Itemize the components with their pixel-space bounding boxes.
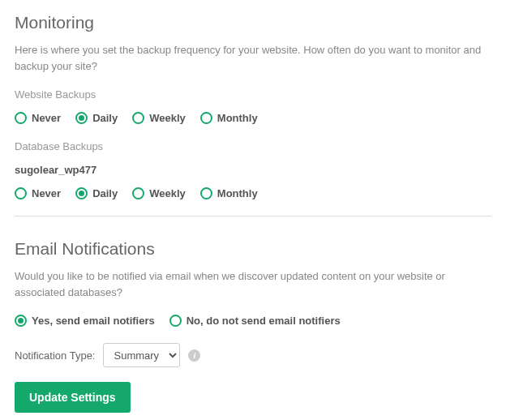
radio-label: Daily (92, 112, 118, 124)
radio-label: Monthly (217, 187, 258, 199)
radio-icon (15, 315, 27, 327)
database-backup-daily[interactable]: Daily (75, 187, 118, 199)
email-notify-yes[interactable]: Yes, send email notifiers (15, 315, 155, 327)
radio-label: Weekly (149, 112, 186, 124)
radio-label: Yes, send email notifiers (32, 315, 155, 327)
radio-icon (169, 315, 182, 327)
radio-label: Daily (92, 187, 118, 199)
radio-label: No, do not send email notifiers (187, 315, 341, 327)
website-backups-radio-group: Never Daily Weekly Monthly (15, 112, 491, 124)
website-backup-weekly[interactable]: Weekly (132, 112, 186, 124)
radio-icon (200, 187, 212, 199)
radio-icon (132, 112, 144, 124)
radio-icon (75, 187, 88, 199)
website-backup-monthly[interactable]: Monthly (200, 112, 258, 124)
radio-icon (75, 112, 88, 124)
database-backup-never[interactable]: Never (15, 187, 61, 199)
database-backup-weekly[interactable]: Weekly (132, 187, 186, 199)
website-backup-never[interactable]: Never (15, 112, 61, 124)
monitoring-description: Here is where you set the backup frequen… (15, 42, 491, 74)
website-backups-label: Website Backups (15, 88, 491, 101)
database-name: sugolear_wp477 (15, 164, 491, 176)
email-description: Would you like to be notified via email … (15, 268, 491, 300)
radio-icon (15, 112, 27, 124)
database-backup-monthly[interactable]: Monthly (200, 187, 258, 199)
website-backup-daily[interactable]: Daily (75, 112, 118, 124)
notification-type-row: Notification Type: Summary i (15, 343, 491, 367)
update-settings-button[interactable]: Update Settings (15, 382, 131, 413)
monitoring-heading: Monitoring (15, 13, 491, 32)
database-backups-label: Database Backups (15, 140, 491, 152)
radio-label: Weekly (149, 187, 186, 199)
section-divider (15, 216, 491, 216)
radio-icon (15, 187, 27, 199)
email-notify-no[interactable]: No, do not send email notifiers (169, 315, 341, 327)
radio-label: Never (32, 112, 61, 124)
email-heading: Email Notifications (15, 239, 491, 259)
radio-icon (132, 187, 144, 199)
email-notify-radio-group: Yes, send email notifiers No, do not sen… (15, 315, 491, 327)
database-backups-radio-group: Never Daily Weekly Monthly (15, 187, 491, 199)
radio-icon (200, 112, 212, 124)
notification-type-label: Notification Type: (15, 349, 95, 362)
radio-label: Monthly (217, 112, 258, 124)
info-icon[interactable]: i (188, 349, 200, 362)
notification-type-select[interactable]: Summary (103, 343, 180, 367)
radio-label: Never (32, 187, 61, 199)
